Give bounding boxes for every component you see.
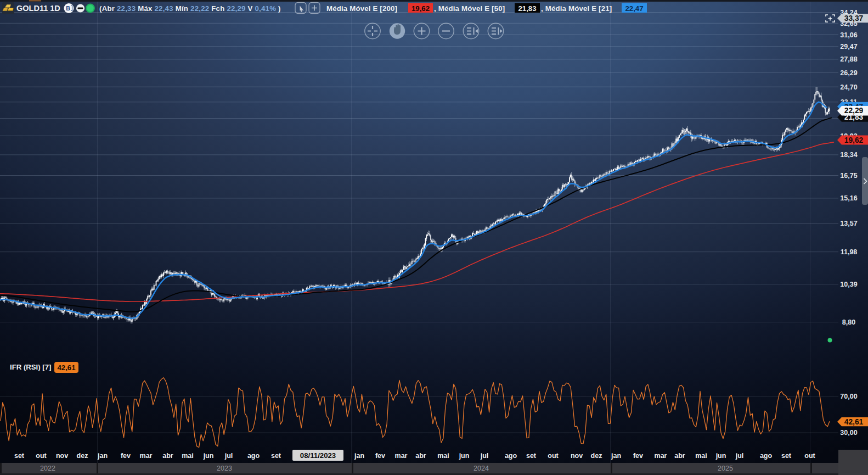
svg-text:set: set [781, 452, 792, 460]
svg-text:set: set [271, 452, 281, 460]
svg-text:26,29: 26,29 [840, 69, 857, 77]
svg-text:out: out [36, 452, 47, 460]
svg-text:GOLD11 1D: GOLD11 1D [16, 4, 60, 13]
svg-text:21,83: 21,83 [518, 4, 536, 13]
svg-text:ago: ago [247, 452, 260, 460]
svg-text:16,75: 16,75 [840, 172, 857, 180]
svg-text:24,70: 24,70 [840, 83, 857, 91]
svg-text:jun: jun [203, 452, 214, 460]
svg-text:mai: mai [437, 452, 449, 460]
svg-text:abr: abr [415, 452, 426, 460]
svg-text:2024: 2024 [474, 465, 489, 472]
svg-text:31,06: 31,06 [840, 31, 857, 39]
svg-text:19,62: 19,62 [412, 4, 430, 13]
svg-text:abr: abr [674, 452, 685, 460]
svg-text:42,61: 42,61 [844, 418, 864, 426]
svg-text:33,37: 33,37 [844, 14, 864, 23]
svg-text:out: out [548, 452, 559, 460]
svg-text:mai: mai [695, 452, 707, 460]
svg-text:jul: jul [480, 452, 489, 460]
svg-text:jan: jan [611, 452, 621, 460]
svg-text:2022: 2022 [40, 465, 55, 472]
svg-text:fev: fev [121, 452, 131, 460]
svg-text:10,39: 10,39 [840, 281, 857, 288]
svg-text:22,29: 22,29 [844, 107, 864, 115]
svg-text:30,00: 30,00 [840, 429, 857, 437]
svg-text:dez: dez [77, 452, 88, 460]
svg-text:27,88: 27,88 [840, 55, 857, 63]
svg-text:(Abr 22,33 Máx 22,43 Mín 22,22: (Abr 22,33 Máx 22,43 Mín 22,22 Fch 22,29… [99, 4, 281, 13]
svg-text:19,62: 19,62 [844, 136, 864, 144]
svg-text:jan: jan [354, 452, 364, 460]
svg-text:set: set [526, 452, 537, 460]
svg-text:15,16: 15,16 [840, 194, 857, 202]
svg-text:2023: 2023 [217, 465, 232, 472]
svg-text:out: out [804, 452, 815, 460]
svg-text:jul: jul [224, 452, 233, 460]
svg-text:mai: mai [182, 452, 194, 460]
svg-text:nov: nov [571, 452, 583, 460]
svg-text:, Média Móvel E [21]: , Média Móvel E [21] [541, 4, 612, 13]
svg-text:jul: jul [735, 452, 744, 460]
svg-text:jun: jun [715, 452, 726, 460]
svg-text:13,57: 13,57 [840, 220, 857, 227]
svg-text:dez: dez [591, 452, 602, 460]
svg-text:Média Móvel E [200]: Média Móvel E [200] [326, 4, 397, 13]
svg-text:8,80: 8,80 [842, 318, 855, 326]
svg-text:jan: jan [97, 452, 108, 460]
svg-text:18,34: 18,34 [840, 151, 857, 159]
svg-text:, Média Móvel E [50]: , Média Móvel E [50] [434, 4, 505, 13]
svg-text:ago: ago [505, 452, 517, 460]
svg-text:mar: mar [655, 452, 667, 460]
svg-text:42,61: 42,61 [57, 364, 75, 372]
svg-text:jun: jun [459, 452, 470, 460]
svg-text:08/11/2023: 08/11/2023 [300, 451, 336, 460]
svg-text:B: B [66, 5, 70, 12]
svg-text:ago: ago [760, 452, 773, 460]
svg-text:22,47: 22,47 [625, 4, 643, 13]
svg-text:IFR (RSI) [7]: IFR (RSI) [7] [10, 363, 51, 371]
svg-text:abr: abr [162, 452, 173, 460]
svg-text:70,00: 70,00 [840, 393, 857, 400]
svg-text:mar: mar [395, 452, 408, 460]
svg-text:2025: 2025 [718, 465, 733, 472]
svg-text:fev: fev [375, 452, 385, 460]
svg-text:29,47: 29,47 [840, 43, 857, 51]
svg-text:fev: fev [633, 452, 643, 460]
svg-text:11,98: 11,98 [841, 248, 858, 256]
svg-text:set: set [14, 452, 25, 460]
svg-text:nov: nov [56, 452, 68, 460]
svg-text:mar: mar [140, 452, 153, 460]
